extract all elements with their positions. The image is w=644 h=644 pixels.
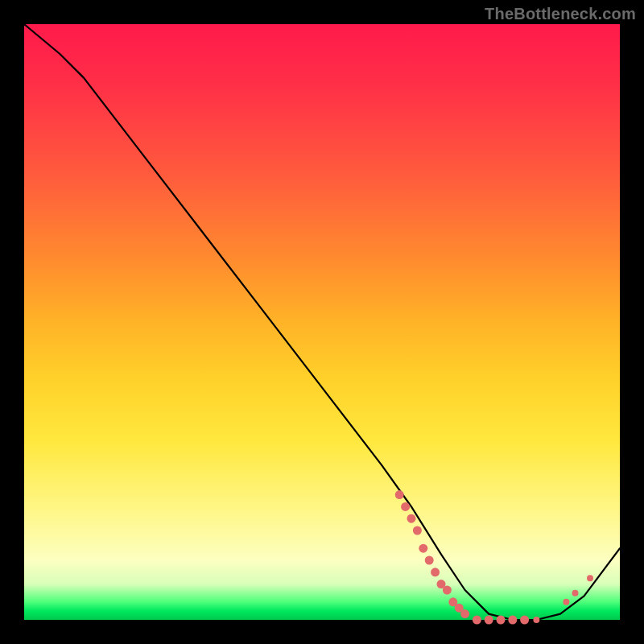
- marker-dot: [485, 616, 493, 625]
- marker-dot: [443, 586, 452, 595]
- marker-dot: [520, 616, 529, 625]
- marker-dot: [473, 616, 481, 625]
- marker-dot: [460, 609, 469, 618]
- marker-dot: [401, 502, 410, 511]
- marker-dot: [533, 617, 539, 623]
- marker-dot: [497, 616, 506, 625]
- marker-dot: [587, 575, 593, 581]
- marker-dot: [419, 544, 427, 553]
- plot-area: [24, 24, 620, 620]
- watermark-text: TheBottleneck.com: [485, 5, 636, 23]
- marker-dot: [407, 514, 416, 523]
- marker-dot: [395, 490, 404, 499]
- marker-dot: [508, 616, 517, 625]
- curve-layer: [24, 24, 620, 620]
- curve-markers: [395, 490, 593, 624]
- marker-dot: [572, 590, 579, 597]
- marker-dot: [431, 568, 440, 576]
- bottleneck-curve: [24, 24, 620, 620]
- chart-frame: TheBottleneck.com: [0, 0, 644, 644]
- marker-dot: [425, 556, 434, 565]
- marker-dot: [413, 526, 422, 535]
- marker-dot: [563, 599, 569, 605]
